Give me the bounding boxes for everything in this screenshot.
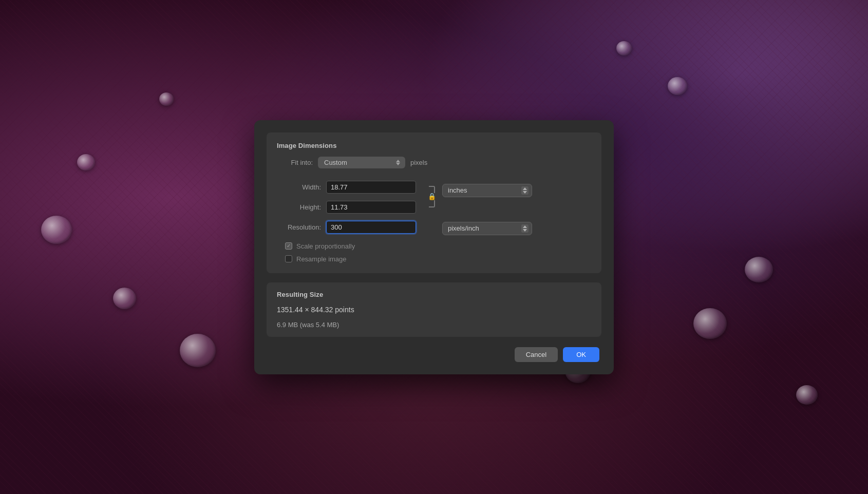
pixels-inch-arrow-down[interactable] <box>523 229 527 232</box>
resulting-size-title: Resulting Size <box>277 291 591 298</box>
button-row: Cancel OK <box>267 347 601 362</box>
fit-into-unit-label: pixels <box>410 159 427 166</box>
fit-into-value: Custom <box>324 159 393 166</box>
cancel-button[interactable]: Cancel <box>515 347 558 362</box>
resolution-label: Resolution: <box>277 223 323 231</box>
inches-value: inches <box>448 186 521 194</box>
fit-into-arrow-down[interactable] <box>396 163 400 165</box>
width-label: Width: <box>277 183 323 191</box>
pixels-inch-value: pixels/inch <box>448 224 521 232</box>
lock-icon-area: 🔒 <box>427 193 437 200</box>
lock-icon: 🔒 <box>428 193 436 200</box>
pixels-inch-stepper[interactable] <box>521 224 529 233</box>
dialog-overlay: Image Dimensions Fit into: Custom pixels <box>0 0 868 494</box>
inches-stepper[interactable] <box>521 186 529 195</box>
resulting-size-points: 1351.44 × 844.32 points <box>277 306 591 314</box>
dimensions-section: Image Dimensions Fit into: Custom pixels <box>267 132 601 273</box>
width-input[interactable] <box>326 181 416 194</box>
resulting-size-section: Resulting Size 1351.44 × 844.32 points 6… <box>267 282 601 337</box>
height-input[interactable] <box>326 201 416 214</box>
bracket-top <box>429 186 435 193</box>
fit-into-stepper[interactable] <box>396 160 400 165</box>
pixels-inch-arrow-up[interactable] <box>523 225 527 228</box>
fit-into-dropdown[interactable]: Custom <box>318 157 405 168</box>
dimensions-title: Image Dimensions <box>277 142 591 149</box>
inches-arrow-up[interactable] <box>523 187 527 190</box>
fit-into-arrow-up[interactable] <box>396 160 400 162</box>
ok-button[interactable]: OK <box>563 347 599 362</box>
fit-into-row: Fit into: Custom pixels <box>277 157 591 168</box>
scale-proportionally-checkbox[interactable] <box>285 242 292 250</box>
resulting-size-mb: 6.9 MB (was 5.4 MB) <box>277 321 591 329</box>
units-spacer <box>442 202 532 217</box>
fit-into-label: Fit into: <box>277 159 313 166</box>
resample-image-label: Resample image <box>296 255 347 263</box>
inches-arrow-down[interactable] <box>523 191 527 194</box>
resample-image-checkbox[interactable] <box>285 255 292 262</box>
bracket-bottom <box>429 200 435 207</box>
pixels-inch-dropdown[interactable]: pixels/inch <box>442 222 532 235</box>
scale-proportionally-row: Scale proportionally <box>285 242 591 250</box>
height-label: Height: <box>277 203 323 211</box>
resolution-input[interactable] <box>326 221 416 234</box>
resample-image-row: Resample image <box>285 255 591 263</box>
image-dimensions-dialog: Image Dimensions Fit into: Custom pixels <box>254 120 614 374</box>
inches-dropdown[interactable]: inches <box>442 184 532 197</box>
options-area: Scale proportionally Resample image <box>277 242 591 263</box>
scale-proportionally-label: Scale proportionally <box>296 242 355 250</box>
